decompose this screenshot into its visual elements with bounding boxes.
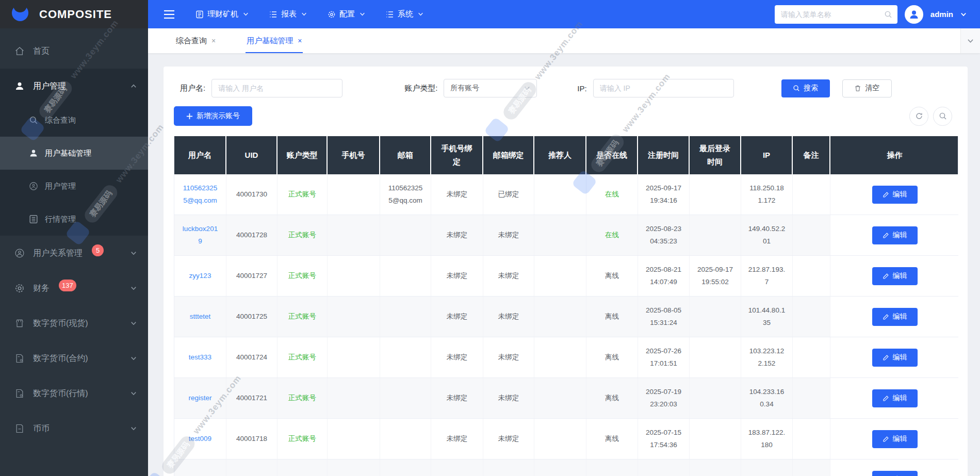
pencil-icon [883,314,889,320]
cell-online: 离线 [586,337,638,377]
cell-reg_time: 2025-09-17 19:34:16 [638,174,690,215]
refresh-icon [915,112,923,120]
cell-ip: 175.11.89. [741,459,793,476]
cell-note [793,337,830,377]
sidebar-item-label: 币币 [33,423,50,434]
cell-email [380,337,431,377]
nav-finance-miner[interactable]: 理财矿机 [195,9,249,19]
add-demo-account-button[interactable]: 新增演示账号 [174,106,252,126]
tab-label: 用户基础管理 [247,36,293,46]
cell-phone [328,215,380,255]
cell-phone [328,256,380,296]
top-right-area: admin [775,5,980,24]
cell-username[interactable]: test333 [174,337,226,377]
edit-button[interactable]: 编辑 [872,471,918,476]
cell-actions: 编辑 [830,459,959,476]
cell-account_type: 正式账号 [277,174,328,215]
cell-account_type: 正式账号 [277,256,328,296]
user-name[interactable]: admin [930,10,953,19]
cell-phone [328,337,380,377]
edit-button[interactable]: 编辑 [872,226,918,244]
refresh-button[interactable] [909,107,928,126]
sidebar-item-user-management[interactable]: 用户管理 [0,69,148,104]
clear-button-label: 清空 [865,84,879,93]
search-icon[interactable] [884,10,892,19]
cell-actions: 编辑 [830,174,959,215]
sidebar-item-user-base-management[interactable]: 用户基础管理 [0,137,148,170]
edit-button[interactable]: 编辑 [872,349,918,367]
table-header: 用户名 UID 账户类型 手机号 邮箱 手机号绑定 邮箱绑定 推荐人 是否在线 … [174,136,958,174]
cell-username[interactable]: zyy123 [174,256,226,296]
cell-username[interactable]: test009 [174,419,226,459]
sidebar-item-label: 财务 [33,283,50,294]
sidebar-item-composite-query[interactable]: 综合查询 [0,104,148,137]
edit-button[interactable]: 编辑 [872,267,918,285]
close-icon[interactable]: × [298,37,302,45]
close-icon[interactable]: × [211,37,216,45]
cell-last_login [690,174,741,215]
sidebar-item-crypto-quotes[interactable]: 数字货币(行情) [0,376,148,411]
edit-button[interactable]: 编辑 [872,389,918,407]
table-row: luckbox201940001728正式账号未绑定未绑定在线2025-08-2… [174,215,958,256]
sidebar-item-coin-coin[interactable]: 币币 [0,411,148,446]
edit-button[interactable]: 编辑 [872,308,918,326]
tab-user-base-management[interactable]: 用户基础管理 × [246,28,303,53]
chevron-down-icon [130,285,137,291]
cell-username[interactable]: register [174,378,226,418]
clear-button[interactable]: 清空 [842,79,892,97]
sidebar-item-finance[interactable]: 财务 137 [0,271,148,306]
cell-account_type: 正式账号 [277,297,328,337]
cell-last_login: 2025-09-17 19:55:02 [690,256,741,296]
account-type-label: 账户类型: [404,84,437,93]
cell-username[interactable]: stttetet [174,297,226,337]
cell-email [380,297,431,337]
cell-uid: 40001724 [226,337,277,377]
account-type-select[interactable]: 所有账号 [444,79,537,97]
sidebar-item-user-relations[interactable]: 用户关系管理 5 [0,236,148,271]
chevron-down-icon[interactable] [960,11,967,18]
chevron-down-icon [130,425,137,432]
tab-composite-query[interactable]: 综合查询 × [175,28,217,53]
tabs-dropdown-button[interactable] [960,28,980,53]
document-icon [195,10,204,19]
sidebar-item-label: 首页 [33,46,50,57]
cell-last_login [690,419,741,459]
top-nav: 理财矿机 报表 配置 系统 [148,5,980,24]
username-input[interactable] [211,79,342,97]
edit-button[interactable]: 编辑 [872,430,918,448]
ip-input[interactable] [593,79,734,97]
filter-row: 用户名: 账户类型: 所有账号 IP: 搜索 清空 [174,79,968,97]
col-header-phone: 手机号 [328,136,380,174]
avatar[interactable] [905,5,923,24]
menu-search-input[interactable] [780,10,884,19]
search-button-label: 搜索 [804,84,818,93]
cell-phone [328,378,380,418]
cell-referrer [534,215,586,255]
search-icon [29,116,38,125]
tab-label: 综合查询 [176,36,207,46]
sidebar-item-home[interactable]: 首页 [0,34,148,69]
cell-username[interactable]: 1105623255@qq.com [174,174,226,215]
search-button[interactable]: 搜索 [781,79,830,97]
cell-account_type: 正式账号 [277,337,328,377]
gear-icon [328,10,336,19]
sidebar-item-crypto-contract[interactable]: 数字货币(合约) [0,341,148,376]
nav-reports[interactable]: 报表 [269,9,307,19]
nav-system[interactable]: 系统 [386,9,423,19]
cell-online: 离线 [586,297,638,337]
sidebar-item-crypto-spot[interactable]: 数字货币(现货) [0,306,148,341]
cell-username[interactable]: luckbox2019 [174,215,226,255]
sidebar-item-label: 数字货币(行情) [33,388,88,399]
nav-settings[interactable]: 配置 [328,9,365,19]
col-header-reg-time: 注册时间 [638,136,690,174]
cell-last_login: 2025-07-1 [690,459,741,476]
cell-ip: 149.40.52.201 [741,215,793,255]
hamburger-menu-icon[interactable] [164,10,175,19]
cell-last_login [690,215,741,255]
table-row: test33340001724正式账号未绑定未绑定离线2025-07-26 17… [174,337,958,378]
col-header-ip: IP [741,136,793,174]
sidebar-item-market-management[interactable]: 行情管理 [0,203,148,236]
column-search-button[interactable] [933,107,952,126]
sidebar-item-user-mgmt[interactable]: 用户管理 [0,170,148,203]
edit-button[interactable]: 编辑 [872,186,918,204]
